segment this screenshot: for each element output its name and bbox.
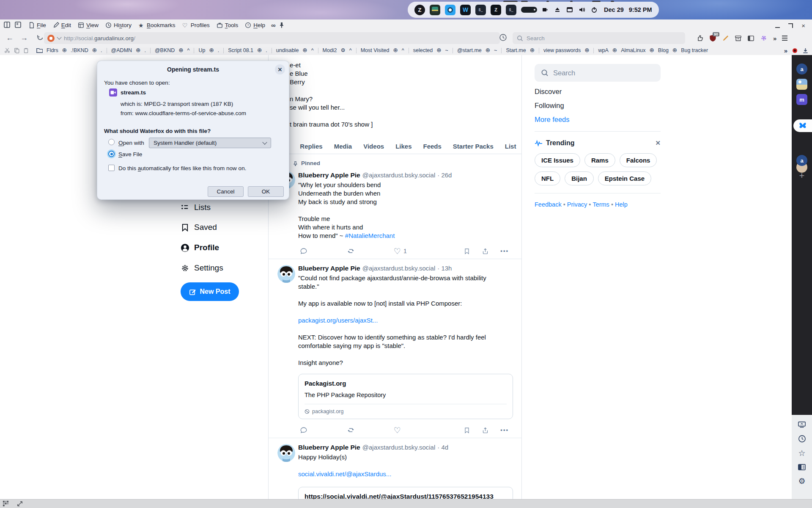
link-card[interactable]: Packagist.org The PHP Package Repository… xyxy=(298,374,513,419)
globe-favicon-icon[interactable]: ⊕ xyxy=(178,47,183,53)
open-with-label[interactable]: Open with xyxy=(118,140,144,146)
menu-profiles[interactable]: ♡Profiles xyxy=(179,21,213,29)
repost-button[interactable] xyxy=(347,426,355,434)
link-more-feeds[interactable]: More feeds xyxy=(535,116,661,124)
folder-icon[interactable] xyxy=(36,47,43,53)
sidebar-toggle-icon[interactable] xyxy=(14,22,22,28)
tab-media[interactable]: Media xyxy=(334,143,352,154)
tab-videos[interactable]: Videos xyxy=(363,143,384,154)
clock[interactable]: Dec 29 9:52 PM xyxy=(604,6,652,13)
post-author[interactable]: Blueberry Apple Pie xyxy=(298,171,360,179)
globe-favicon-icon[interactable]: ⊕ xyxy=(486,47,490,53)
konsole-icon[interactable]: Z xyxy=(491,5,501,15)
post-handle[interactable]: @ajaxstardust.bsky.social xyxy=(362,443,436,452)
zen-browser-icon[interactable]: Z xyxy=(414,5,425,15)
post[interactable]: Blueberry Apple Pie @ajaxstardust.bsky.s… xyxy=(269,259,521,438)
menu-file[interactable]: File xyxy=(25,21,49,29)
save-file-label[interactable]: Save File xyxy=(118,151,142,157)
maximize-button[interactable] xyxy=(788,23,793,28)
tab-likes[interactable]: Likes xyxy=(395,143,411,154)
infinity-icon[interactable]: ∞ xyxy=(269,22,278,29)
bookmark-item[interactable]: . xyxy=(266,47,267,53)
settings-gear-icon[interactable]: ⚙ xyxy=(798,477,805,485)
globe-favicon-icon[interactable]: ⊕ xyxy=(612,47,617,53)
archive-icon[interactable] xyxy=(735,35,742,42)
menu-edit[interactable]: Edit xyxy=(50,21,74,29)
trending-tag[interactable]: ICE Issues xyxy=(535,153,580,167)
expand-arrows-icon[interactable] xyxy=(17,501,23,507)
volume-icon[interactable] xyxy=(579,6,585,13)
bookmark-item[interactable]: @BKND xyxy=(155,47,175,53)
bookmark-item[interactable]: . xyxy=(218,47,219,53)
battery-icon[interactable] xyxy=(542,6,549,13)
bookmark-item[interactable]: Script 08.1 xyxy=(228,47,253,53)
trending-tag[interactable]: Epstein Case xyxy=(598,171,651,185)
download-dialog[interactable]: Opening stream.ts ✕ You have chosen to o… xyxy=(97,61,289,200)
globe-favicon-icon[interactable]: ⊕ xyxy=(672,47,677,53)
sidebar-item-settings[interactable]: Settings xyxy=(181,263,223,273)
trending-tag[interactable]: Bijan xyxy=(565,171,594,185)
bookmark-item[interactable]: undisable xyxy=(276,47,299,53)
globe-favicon-icon[interactable]: ⊕ xyxy=(650,47,654,53)
bookmark-item[interactable]: Start.me xyxy=(506,47,526,53)
window-icon[interactable] xyxy=(566,6,573,13)
bookmark-item[interactable]: Bug tracker xyxy=(681,47,708,53)
bookmark-item[interactable]: Fldrs xyxy=(47,47,58,53)
bookmark-item[interactable]: ~ xyxy=(494,47,497,53)
pin-icon[interactable] xyxy=(279,22,285,28)
link-discover[interactable]: Discover xyxy=(535,88,661,96)
post-link[interactable]: packagist.org/users/ajaxSt... xyxy=(298,316,514,325)
extension-gear-icon[interactable] xyxy=(760,34,768,42)
hashtag-link[interactable]: #NatalieMerchant xyxy=(345,232,395,239)
trending-tag[interactable]: Falcons xyxy=(620,153,657,167)
new-post-button[interactable]: New Post xyxy=(181,282,239,301)
bookmark-item[interactable]: ~ xyxy=(445,47,448,53)
globe-favicon-icon[interactable]: ⊕ xyxy=(257,47,262,53)
close-window-button[interactable]: × xyxy=(801,22,805,29)
footer-link-terms[interactable]: Terms xyxy=(593,201,609,208)
post-handle[interactable]: @ajaxstardust.bsky.social xyxy=(362,171,436,179)
history-clock-icon[interactable] xyxy=(798,435,806,443)
bookmark-item[interactable]: ^ xyxy=(187,47,190,53)
menu-help[interactable]: ?Help xyxy=(242,21,268,29)
post-handle[interactable]: @ajaxstardust.bsky.social xyxy=(362,264,436,273)
avatar[interactable] xyxy=(277,265,295,283)
terminal-icon[interactable]: $_ xyxy=(506,5,516,15)
cancel-button[interactable]: Cancel xyxy=(208,186,244,197)
remember-label[interactable]: Do this automatically for files like thi… xyxy=(118,165,246,171)
url-bar[interactable]: http://social.garudalinux.org/ xyxy=(44,32,500,44)
panel-site-icon[interactable]: a xyxy=(796,64,807,75)
bookmark-item[interactable]: selected xyxy=(413,47,433,53)
bookmark-item[interactable]: .!BKND xyxy=(71,47,88,53)
package-manager-icon[interactable] xyxy=(430,5,440,15)
globe-favicon-icon[interactable]: ⊕ xyxy=(302,47,307,53)
handler-select[interactable]: System Handler (default) xyxy=(149,138,271,148)
dialog-close-icon[interactable]: ✕ xyxy=(275,64,285,75)
history-clock-icon[interactable] xyxy=(499,33,507,41)
trending-close-icon[interactable]: ✕ xyxy=(655,139,661,147)
like-button[interactable]: ♡1 xyxy=(394,247,407,255)
ok-button[interactable]: OK xyxy=(248,186,284,197)
panel-add-icon[interactable]: + xyxy=(796,170,807,181)
like-button[interactable]: ♡ xyxy=(394,426,401,434)
overflow-chevrons-icon[interactable]: » xyxy=(773,35,776,42)
feed-search-input[interactable]: Search xyxy=(535,64,661,82)
link-card[interactable]: https://social.vivaldi.net/@ajaxStardust… xyxy=(298,487,513,500)
downloads-icon[interactable] xyxy=(802,47,809,54)
trending-tag[interactable]: Rams xyxy=(584,153,615,167)
screen-share-icon[interactable] xyxy=(798,421,806,428)
waterfox-icon[interactable]: W xyxy=(460,5,471,15)
cut-icon[interactable] xyxy=(4,47,10,53)
share-button[interactable] xyxy=(482,427,489,434)
bookmark-item[interactable]: @ADMN xyxy=(111,47,132,53)
bookmark-item[interactable]: wpA xyxy=(598,47,608,53)
bookmark-item[interactable]: Most Visited xyxy=(361,47,390,53)
bookmark-item[interactable]: ^ xyxy=(311,47,314,53)
bookmark-item[interactable]: Blog xyxy=(658,47,669,53)
bookmarks-overflow-icon[interactable]: » xyxy=(784,47,787,54)
power-icon[interactable] xyxy=(591,6,598,13)
globe-favicon-icon[interactable]: ⊕ xyxy=(136,47,140,53)
camera-app-icon[interactable] xyxy=(445,5,455,15)
avatar[interactable] xyxy=(277,444,295,462)
bookmark-item[interactable]: ^ xyxy=(349,47,352,53)
